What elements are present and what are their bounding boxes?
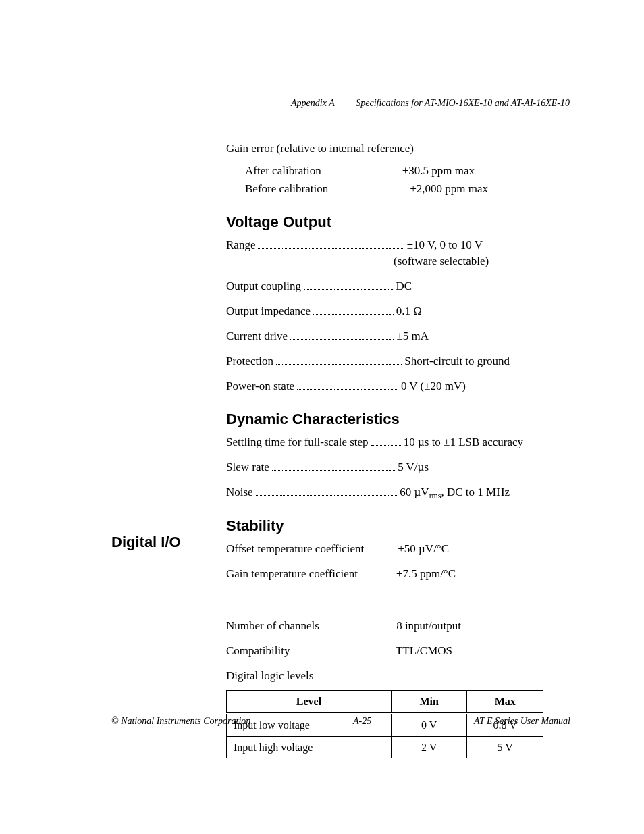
- spec-value: ±10 V, 0 to 10 V: [407, 238, 483, 253]
- spec-row: Current drive ±5 mA: [226, 329, 429, 344]
- spec-value: ±50 µV/°C: [398, 542, 449, 557]
- spec-value: ±7.5 ppm/°C: [396, 567, 456, 582]
- spec-row: Output coupling DC: [226, 279, 412, 294]
- header-title: Specifications for AT-MIO-16XE-10 and AT…: [356, 98, 570, 108]
- footer-center: A-25: [353, 716, 371, 727]
- leader-dots: [256, 487, 398, 496]
- spec-note: (software selectable): [226, 254, 543, 269]
- gain-error-title: Gain error (relative to internal referen…: [226, 141, 543, 157]
- table-header-row: Level Min Max: [227, 691, 543, 714]
- heading-stability: Stability: [226, 516, 543, 536]
- spec-value: 8 input/output: [396, 619, 461, 634]
- cell-max: 5 V: [467, 736, 543, 758]
- spec-row: Settling time for full-scale step 10 µs …: [226, 435, 523, 450]
- spec-label: Noise: [226, 485, 253, 500]
- col-max: Max: [467, 691, 543, 714]
- spec-value: 10 µs to ±1 LSB accuracy: [404, 435, 523, 450]
- spec-row: Output impedance 0.1 Ω: [226, 304, 422, 319]
- spec-label: Power-on state: [226, 379, 294, 394]
- spec-label: Settling time for full-scale step: [226, 435, 369, 450]
- spec-label: Before calibration: [245, 182, 328, 197]
- footer-right: AT E Series User Manual: [474, 716, 570, 727]
- spec-label: After calibration: [245, 163, 321, 179]
- spec-label: Output impedance: [226, 304, 311, 319]
- spec-row: Gain temperature coefficient ±7.5 ppm/°C: [226, 567, 456, 582]
- spec-value: 0 V (±20 mV): [401, 379, 466, 394]
- spec-label: Gain temperature coefficient: [226, 567, 358, 582]
- spec-row: Noise 60 µVrms, DC to 1 MHz: [226, 485, 510, 501]
- spec-row: Protection Short-circuit to ground: [226, 354, 510, 369]
- page-body: Gain error (relative to internal referen…: [226, 132, 543, 758]
- page-footer: © National Instruments Corporation A-25 …: [111, 716, 570, 727]
- col-level: Level: [227, 691, 392, 714]
- spec-label: Protection: [226, 354, 273, 369]
- spec-label: Compatibility: [226, 644, 290, 659]
- leader-dots: [313, 306, 394, 315]
- spec-label: Slew rate: [226, 460, 269, 475]
- spec-row: Slew rate 5 V/µs: [226, 460, 429, 475]
- spec-value: ±5 mA: [396, 329, 429, 344]
- leader-dots: [272, 462, 395, 471]
- leader-dots: [297, 381, 398, 390]
- heading-voltage-output: Voltage Output: [226, 212, 543, 232]
- heading-dynamic: Dynamic Characteristics: [226, 409, 543, 429]
- leader-dots: [360, 569, 394, 577]
- spec-label: Output coupling: [226, 279, 301, 294]
- spec-label: Offset temperature coefficient: [226, 542, 364, 557]
- leader-dots: [331, 184, 407, 192]
- spec-value: 0.1 Ω: [396, 304, 422, 319]
- spec-row: Number of channels 8 input/output: [226, 619, 461, 634]
- leader-dots: [371, 437, 401, 446]
- leader-dots: [304, 281, 393, 290]
- spec-row: Offset temperature coefficient ±50 µV/°C: [226, 542, 449, 557]
- spec-label: Range: [226, 238, 255, 253]
- col-min: Min: [391, 691, 467, 714]
- header-appendix: Appendix A: [291, 98, 335, 108]
- leader-dots: [292, 646, 392, 654]
- footer-left: © National Instruments Corporation: [111, 716, 250, 727]
- spec-row: Range ±10 V, 0 to 10 V: [226, 238, 483, 253]
- spec-value: 5 V/µs: [398, 460, 429, 475]
- spec-row: Before calibration ±2,000 ppm max: [226, 182, 488, 197]
- spec-label: Current drive: [226, 329, 288, 344]
- spec-value: DC: [396, 279, 412, 294]
- spec-value: 60 µVrms, DC to 1 MHz: [400, 485, 510, 501]
- spec-row: Power-on state 0 V (±20 mV): [226, 379, 466, 394]
- spec-value: ±30.5 ppm max: [402, 163, 475, 179]
- logic-levels-intro: Digital logic levels: [226, 669, 543, 684]
- spec-value: ±2,000 ppm max: [410, 182, 488, 197]
- spec-value: Short-circuit to ground: [404, 354, 510, 369]
- cell-min: 2 V: [391, 736, 467, 758]
- leader-dots: [324, 165, 400, 174]
- leader-dots: [258, 240, 404, 249]
- leader-dots: [367, 544, 395, 552]
- page-header: Appendix A Specifications for AT-MIO-16X…: [291, 98, 570, 109]
- leader-dots: [290, 331, 394, 340]
- table-row: Input high voltage 2 V 5 V: [227, 736, 543, 758]
- spec-row: Compatibility TTL/CMOS: [226, 644, 452, 659]
- heading-digital-io: Digital I/O: [111, 533, 181, 551]
- cell-level: Input high voltage: [227, 736, 392, 758]
- spec-row: After calibration ±30.5 ppm max: [226, 163, 475, 179]
- spec-value: TTL/CMOS: [396, 644, 452, 659]
- spec-label: Number of channels: [226, 619, 319, 634]
- leader-dots: [322, 621, 394, 629]
- leader-dots: [276, 356, 402, 365]
